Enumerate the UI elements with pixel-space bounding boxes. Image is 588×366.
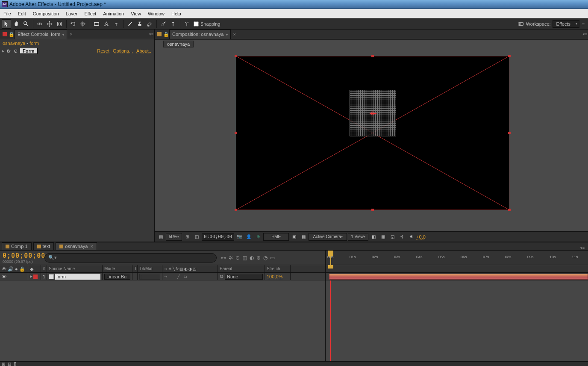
layer-duration-bar-form[interactable] — [326, 273, 588, 280]
trkmat-col-header[interactable]: TrkMat — [138, 265, 162, 272]
handle-bottom-mid[interactable] — [371, 209, 374, 211]
parent-col-header[interactable]: Parent — [218, 265, 265, 272]
track-xy-camera-tool-icon[interactable] — [45, 19, 54, 29]
zoom-tool-icon[interactable] — [21, 19, 31, 29]
pickwhip-icon[interactable]: ⊚ — [220, 274, 223, 279]
hand-tool-icon[interactable] — [12, 19, 21, 29]
rectangle-tool-icon[interactable] — [92, 19, 101, 29]
layer-label-swatch[interactable] — [33, 274, 38, 279]
shy-toggle[interactable]: ⊸ — [164, 274, 169, 279]
timeline-icon[interactable]: ◱ — [388, 233, 397, 241]
puppet-pin-tool-icon[interactable] — [168, 19, 178, 29]
views-dropdown[interactable]: 1 View — [348, 233, 368, 241]
snapping-toggle[interactable]: Snapping — [194, 21, 220, 27]
brainstorm-icon[interactable]: ⊛ — [256, 255, 261, 261]
menu-animation[interactable]: Animation — [100, 9, 127, 18]
video-toggle-icon[interactable]: 👁 — [2, 274, 6, 279]
fx-switch-icon[interactable]: fx — [176, 265, 179, 272]
anchor-point-icon[interactable] — [371, 112, 374, 115]
pan-behind-tool-icon[interactable] — [78, 19, 88, 29]
menu-window[interactable]: Window — [144, 9, 168, 18]
orbit-camera-tool-icon[interactable] — [35, 19, 44, 29]
timeline-tab-comp1[interactable]: Comp 1 — [2, 242, 32, 250]
layer-row-form[interactable]: 👁 ▶ 1 form Linear Bu ⊸ ╱ — [0, 273, 325, 280]
show-snapshot-icon[interactable]: 👤 — [244, 233, 253, 241]
pen-tool-icon[interactable] — [102, 19, 111, 29]
parent-dropdown[interactable]: None — [225, 274, 263, 280]
workspace-dropdown[interactable]: Effects — [553, 20, 579, 28]
about-effect-icon[interactable]: ⊙ — [14, 48, 19, 54]
fx-toggle[interactable]: fx — [184, 274, 189, 279]
active-camera-dropdown[interactable]: Active Camera — [309, 233, 347, 241]
menu-view[interactable]: View — [127, 9, 144, 18]
toggle-modes-icon[interactable]: ⊟ — [8, 362, 11, 366]
layer-name[interactable]: form — [55, 274, 100, 280]
timeline-empty-area[interactable] — [0, 280, 325, 361]
search-help-icon[interactable] — [516, 19, 526, 29]
handle-top-left[interactable] — [235, 55, 237, 57]
current-time-value[interactable]: 0;00;00;00 — [3, 252, 40, 260]
shy-switch-icon[interactable]: ⊸ — [164, 265, 168, 272]
rotation-tool-icon[interactable] — [68, 19, 78, 29]
trkmat-dropdown[interactable] — [139, 274, 160, 280]
frame-blend-switch-icon[interactable]: ▥ — [179, 265, 183, 272]
work-area-bar[interactable] — [326, 265, 588, 273]
audio-col-icon[interactable]: 🔊 — [8, 265, 14, 272]
preserve-transparency-col-header[interactable]: T — [132, 265, 138, 272]
reset-exposure-icon[interactable]: ✱ — [407, 233, 415, 241]
source-name-col-header[interactable]: Source Name — [47, 265, 103, 272]
handle-bottom-left[interactable] — [235, 209, 237, 211]
exposure-value[interactable]: +0,0 — [416, 234, 426, 239]
pixel-aspect-icon[interactable]: ◧ — [369, 233, 378, 241]
effect-controls-tab[interactable]: Effect Controls: form ▾ — [15, 30, 67, 39]
time-ruler[interactable]: 00s 01s 02s 03s 04s 05s 06s 07s 08s 09s … — [326, 251, 588, 265]
close-tab-icon[interactable]: × — [233, 32, 236, 37]
label-col-icon[interactable]: ◆ — [30, 266, 33, 272]
close-tab-icon[interactable]: × — [90, 243, 93, 250]
toggle-switches-icon[interactable]: ⊞ — [2, 362, 5, 366]
effect-about-link[interactable]: About... — [136, 48, 153, 53]
menu-effect[interactable]: Effect — [81, 9, 100, 18]
mode-col-header[interactable]: Mode — [103, 265, 132, 272]
lock-col-icon[interactable]: 🔒 — [19, 265, 25, 272]
menu-help[interactable]: Help — [168, 9, 185, 18]
type-tool-icon[interactable]: T — [112, 19, 121, 29]
solo-col-icon[interactable]: ● — [15, 265, 18, 272]
handle-bottom-right[interactable] — [508, 209, 511, 211]
timeline-tab-text[interactable]: text — [33, 242, 54, 250]
selection-tool-icon[interactable] — [2, 19, 11, 29]
stretch-col-header[interactable]: Stretch — [265, 265, 291, 272]
transparency-grid-icon[interactable]: ▦ — [299, 233, 308, 241]
track-z-camera-tool-icon[interactable] — [55, 19, 64, 29]
timeline-tracks-empty[interactable] — [326, 280, 588, 361]
comp-flowchart-icon[interactable]: ⊰ — [397, 233, 406, 241]
snapping-checkbox[interactable] — [194, 21, 199, 27]
workspace-menu-icon[interactable]: ≡ — [580, 21, 586, 27]
grid-guides-icon[interactable]: ⊞ — [183, 233, 191, 241]
handle-mid-left[interactable] — [235, 132, 237, 134]
auto-keyframe-icon[interactable]: ◔ — [263, 255, 268, 261]
hide-shy-icon[interactable]: ⊙ — [235, 255, 240, 261]
3d-switch-icon[interactable]: ◳ — [193, 265, 197, 272]
fx-toggle-icon[interactable]: fx — [7, 48, 13, 53]
roto-brush-tool-icon[interactable] — [159, 19, 168, 29]
composition-viewport[interactable]: osnavnaya — [155, 39, 588, 231]
lock-icon[interactable]: 🔒 — [9, 32, 14, 37]
menu-edit[interactable]: Edit — [15, 9, 29, 18]
handle-top-mid[interactable] — [371, 55, 374, 57]
comp-mini-flowchart-icon[interactable]: ⊷ — [221, 255, 226, 261]
stretch-value[interactable]: 100,0% — [267, 274, 282, 279]
collapse-switch-icon[interactable]: ✲ — [168, 265, 172, 272]
motion-blur-icon[interactable]: ◐ — [250, 255, 254, 261]
handle-top-right[interactable] — [508, 55, 511, 57]
close-tab-icon[interactable]: × — [70, 32, 72, 37]
panel-menu-icon[interactable]: ▾≡ — [579, 246, 586, 250]
current-time-display[interactable]: 0;00;00;00 — [202, 233, 234, 241]
quality-toggle[interactable]: ╱ — [177, 274, 182, 279]
frame-blend-icon[interactable]: ▥ — [242, 255, 247, 261]
panel-menu-icon[interactable]: ▾≡ — [149, 32, 153, 36]
panel-menu-icon[interactable]: ▾≡ — [583, 32, 587, 36]
clone-stamp-tool-icon[interactable] — [135, 19, 144, 29]
local-axis-mode-icon[interactable] — [182, 19, 191, 29]
composition-canvas[interactable] — [236, 56, 509, 210]
